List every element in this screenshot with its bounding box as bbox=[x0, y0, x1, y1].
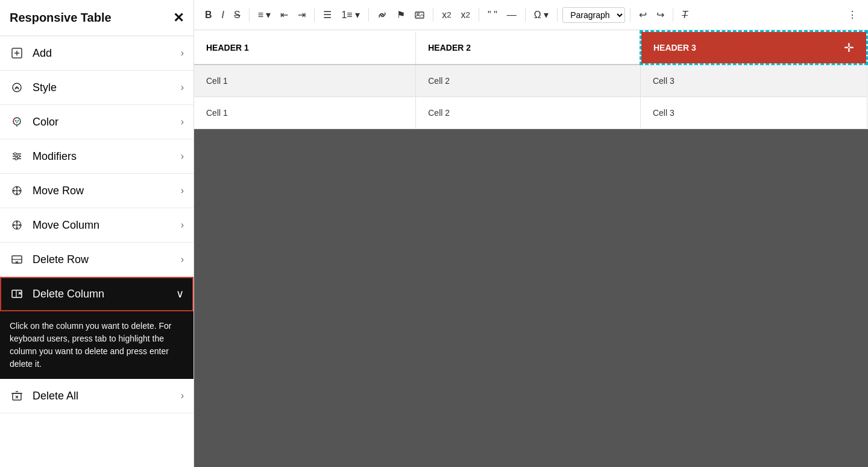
svg-point-3 bbox=[13, 83, 21, 92]
move-row-icon bbox=[10, 183, 24, 198]
separator-3 bbox=[368, 8, 369, 22]
link-button[interactable] bbox=[374, 8, 391, 22]
sidebar-item-delete-all[interactable]: Delete All › bbox=[0, 379, 193, 413]
cell-r1c1[interactable]: Cell 1 bbox=[194, 65, 416, 97]
table-header-row: HEADER 1 HEADER 2 HEADER 3 ✛ bbox=[194, 31, 867, 65]
image-button[interactable] bbox=[411, 8, 428, 22]
cell-r1c3[interactable]: Cell 3 bbox=[640, 65, 867, 97]
delete-row-arrow-icon: › bbox=[181, 254, 184, 265]
align-button[interactable]: ≡ ▾ bbox=[254, 7, 275, 23]
svg-point-7 bbox=[17, 120, 19, 122]
table-header-1[interactable]: HEADER 1 bbox=[194, 31, 416, 65]
sidebar-item-delete-column-label: Delete Column bbox=[33, 288, 176, 300]
svg-rect-43 bbox=[417, 13, 419, 15]
svg-point-13 bbox=[17, 155, 20, 157]
svg-point-6 bbox=[15, 120, 17, 122]
separator-9 bbox=[673, 8, 673, 22]
sidebar-item-delete-column[interactable]: Delete Column ∨ bbox=[0, 277, 193, 311]
delete-all-icon bbox=[10, 389, 24, 403]
modifiers-arrow-icon: › bbox=[181, 151, 184, 162]
sidebar-item-style-label: Style bbox=[33, 81, 181, 94]
delete-row-icon bbox=[10, 252, 24, 267]
separator-7 bbox=[557, 8, 558, 22]
sidebar-item-style[interactable]: Style › bbox=[0, 71, 193, 105]
svg-point-5 bbox=[13, 118, 20, 125]
sidebar-item-delete-row[interactable]: Delete Row › bbox=[0, 243, 193, 277]
delete-all-arrow-icon: › bbox=[181, 390, 184, 401]
table-row: Cell 1 Cell 2 Cell 3 bbox=[194, 65, 867, 97]
delete-column-chevron-icon: ∨ bbox=[176, 287, 184, 300]
clear-format-button[interactable]: T bbox=[678, 7, 691, 23]
superscript-button[interactable]: x2 bbox=[438, 7, 454, 23]
separator-5 bbox=[479, 8, 479, 22]
separator-6 bbox=[525, 8, 526, 22]
move-column-icon bbox=[10, 218, 24, 232]
paragraph-select[interactable]: Paragraph bbox=[562, 7, 625, 23]
sidebar-item-color-label: Color bbox=[33, 116, 181, 129]
color-icon bbox=[10, 115, 24, 129]
sidebar-item-modifiers[interactable]: Modifiers › bbox=[0, 139, 193, 174]
redo-button[interactable]: ↪ bbox=[653, 7, 668, 23]
sidebar-header: Responsive Table ✕ bbox=[0, 0, 193, 36]
separator-8 bbox=[630, 8, 631, 22]
add-icon bbox=[10, 46, 24, 60]
svg-point-8 bbox=[16, 122, 18, 124]
subscript-button[interactable]: x2 bbox=[458, 7, 474, 23]
cell-r1c2[interactable]: Cell 2 bbox=[416, 65, 641, 97]
style-arrow-icon: › bbox=[181, 82, 184, 93]
indent-left-button[interactable]: ⇤ bbox=[277, 7, 292, 23]
crosshair-cursor-indicator: ✛ bbox=[844, 40, 854, 55]
sidebar-item-add[interactable]: Add › bbox=[0, 36, 193, 71]
list-ul-button[interactable]: ☰ bbox=[319, 7, 335, 23]
style-icon bbox=[10, 80, 24, 95]
delete-column-description: Click on the column you want to delete. … bbox=[0, 311, 193, 379]
italic-button[interactable]: I bbox=[218, 7, 228, 23]
table-wrapper: HEADER 1 HEADER 2 HEADER 3 ✛ Cell 1 Cell… bbox=[194, 30, 868, 129]
table-area: HEADER 1 HEADER 2 HEADER 3 ✛ Cell 1 Cell… bbox=[194, 30, 868, 467]
color-arrow-icon: › bbox=[181, 116, 184, 127]
move-row-arrow-icon: › bbox=[181, 185, 184, 196]
toolbar: B I S ≡ ▾ ⇤ ⇥ ☰ 1≡ ▾ ⚑ x2 x2 bbox=[194, 0, 868, 30]
separator-2 bbox=[314, 8, 315, 22]
indent-right-button[interactable]: ⇥ bbox=[294, 7, 309, 23]
cell-r2c3[interactable]: Cell 3 bbox=[640, 97, 867, 129]
responsive-table: HEADER 1 HEADER 2 HEADER 3 ✛ Cell 1 Cell… bbox=[194, 30, 868, 129]
more-button[interactable]: ⋮ bbox=[844, 7, 861, 23]
sidebar-close-button[interactable]: ✕ bbox=[173, 11, 184, 25]
table-row: Cell 1 Cell 2 Cell 3 bbox=[194, 97, 867, 129]
omega-button[interactable]: Ω ▾ bbox=[530, 7, 552, 23]
flag-button[interactable]: ⚑ bbox=[393, 7, 409, 23]
sidebar-item-move-column-label: Move Column bbox=[33, 219, 181, 232]
sidebar-item-add-label: Add bbox=[33, 47, 181, 60]
svg-point-14 bbox=[15, 157, 17, 160]
sidebar-item-move-column[interactable]: Move Column › bbox=[0, 208, 193, 243]
undo-button[interactable]: ↩ bbox=[635, 7, 650, 23]
svg-point-12 bbox=[14, 153, 16, 155]
separator-1 bbox=[249, 8, 250, 22]
cell-r2c1[interactable]: Cell 1 bbox=[194, 97, 416, 129]
separator-4 bbox=[433, 8, 433, 22]
hr-button[interactable]: — bbox=[503, 7, 520, 23]
sidebar-item-delete-row-label: Delete Row bbox=[33, 253, 181, 266]
bold-button[interactable]: B bbox=[201, 7, 216, 23]
list-ol-button[interactable]: 1≡ ▾ bbox=[338, 7, 363, 23]
sidebar: Responsive Table ✕ Add › Style › bbox=[0, 0, 194, 467]
sidebar-item-move-row-label: Move Row bbox=[33, 185, 181, 197]
sidebar-item-delete-all-label: Delete All bbox=[33, 390, 181, 402]
table-header-2[interactable]: HEADER 2 bbox=[416, 31, 641, 65]
move-column-arrow-icon: › bbox=[181, 220, 184, 230]
add-arrow-icon: › bbox=[181, 48, 184, 59]
modifiers-icon bbox=[10, 149, 24, 164]
main-content: B I S ≡ ▾ ⇤ ⇥ ☰ 1≡ ▾ ⚑ x2 x2 bbox=[194, 0, 868, 467]
strikethrough-button[interactable]: S bbox=[230, 7, 244, 23]
cell-r2c2[interactable]: Cell 2 bbox=[416, 97, 641, 129]
delete-column-icon bbox=[10, 287, 24, 301]
sidebar-item-modifiers-label: Modifiers bbox=[33, 150, 181, 163]
table-header-3[interactable]: HEADER 3 ✛ bbox=[640, 31, 867, 65]
sidebar-item-color[interactable]: Color › bbox=[0, 105, 193, 139]
quote-button[interactable]: " " bbox=[484, 7, 501, 23]
sidebar-title: Responsive Table bbox=[10, 11, 112, 25]
sidebar-item-move-row[interactable]: Move Row › bbox=[0, 174, 193, 208]
